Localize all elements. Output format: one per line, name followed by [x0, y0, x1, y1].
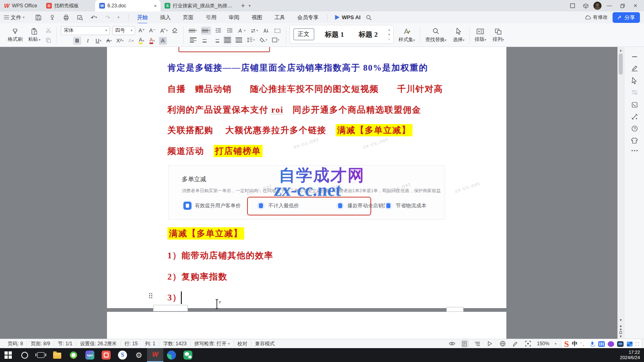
- wps-taskbar-button[interactable]: W: [147, 348, 163, 362]
- ime-toolbox-icon[interactable]: [626, 341, 633, 347]
- taskbar-clock[interactable]: 17:22 2024/6/24: [620, 350, 644, 360]
- previous-page-icon[interactable]: ▲▲: [617, 324, 624, 331]
- shrink-font-button[interactable]: A⁻: [148, 27, 156, 35]
- more-options-icon[interactable]: [624, 150, 644, 151]
- outline-view-icon[interactable]: [474, 340, 481, 347]
- vertical-scrollbar[interactable]: ▲ ▼ ▲▲ ▼▼: [617, 47, 624, 339]
- read-mode-icon[interactable]: [486, 340, 494, 347]
- ime-punctuation-toggle[interactable]: ’，: [580, 341, 586, 347]
- tools-repair-icon[interactable]: [624, 113, 644, 120]
- sogou-logo-icon[interactable]: S: [564, 340, 569, 348]
- style-heading1[interactable]: 标题 1: [321, 28, 348, 41]
- align-right-icon[interactable]: [212, 36, 220, 44]
- integration-mode-icon[interactable]: [567, 1, 578, 10]
- scrollbar-thumb[interactable]: [619, 53, 623, 75]
- minimize-button[interactable]: —: [604, 1, 615, 10]
- save-icon[interactable]: [34, 14, 42, 21]
- char-shading-button[interactable]: A: [159, 37, 167, 45]
- redo-icon[interactable]: ↷: [104, 14, 112, 21]
- increase-indent-icon[interactable]: [226, 27, 234, 35]
- underline-button[interactable]: U▾: [94, 37, 103, 45]
- tab-docer[interactable]: D 找稻壳模板: [42, 0, 95, 11]
- gallery-up-icon[interactable]: ▴: [388, 28, 390, 31]
- share-button[interactable]: 分享: [613, 12, 640, 23]
- font-color-button[interactable]: A▾: [148, 37, 156, 45]
- grow-font-button[interactable]: A⁺: [138, 27, 146, 35]
- ink-pen-icon[interactable]: [512, 340, 519, 347]
- app-blue-button[interactable]: [163, 348, 180, 362]
- new-tab-button[interactable]: +: [238, 1, 248, 11]
- wps-ai-button[interactable]: WPS AI: [331, 14, 365, 20]
- status-proofread[interactable]: 校对: [234, 341, 252, 346]
- customize-toolbar-chevron-icon[interactable]: ▾: [118, 16, 119, 19]
- cut-icon[interactable]: [44, 27, 52, 34]
- select-button[interactable]: 选择▾: [450, 25, 468, 46]
- search-icon[interactable]: [365, 14, 373, 21]
- tab-tools[interactable]: 工具: [269, 12, 290, 23]
- text-direction-button[interactable]: ▾: [250, 27, 259, 35]
- sync-status[interactable]: 有修改: [585, 14, 608, 21]
- style-normal[interactable]: 正文: [293, 28, 314, 40]
- font-name-select[interactable]: 宋体▾: [61, 26, 110, 35]
- app-green-button[interactable]: [65, 348, 82, 362]
- ime-keyboard-icon[interactable]: [598, 341, 605, 347]
- select-tool-icon[interactable]: [624, 77, 644, 84]
- superscript-button[interactable]: X²▾: [116, 37, 125, 45]
- phonetic-guide-button[interactable]: ▾: [159, 27, 169, 35]
- web-layout-globe-icon[interactable]: [499, 340, 506, 347]
- export-pdf-icon[interactable]: [48, 14, 56, 21]
- style-set-button[interactable]: 样式集▾: [395, 25, 418, 46]
- status-spellcheck[interactable]: 拼写检查: 打开▾: [191, 341, 234, 346]
- task-view-button[interactable]: [33, 348, 49, 362]
- wps-brand[interactable]: W WPS Office: [0, 2, 42, 9]
- ime-smart-icon[interactable]: [617, 341, 624, 347]
- tab-list-chevron-icon[interactable]: ▾: [249, 4, 251, 8]
- eye-protect-icon[interactable]: [448, 340, 456, 347]
- sort-button[interactable]: [262, 27, 270, 35]
- zoom-chevron-icon[interactable]: ▾: [555, 342, 556, 346]
- collapse-toolbar-icon[interactable]: [624, 56, 644, 58]
- find-replace-button[interactable]: 查找替换▾: [422, 25, 450, 46]
- adjust-sliders-icon[interactable]: [624, 89, 644, 95]
- numbered-list-button[interactable]: ▾: [201, 27, 211, 35]
- ime-skin-icon[interactable]: [608, 341, 614, 347]
- undo-icon[interactable]: ↶▾: [90, 14, 98, 21]
- align-left-icon[interactable]: [189, 36, 197, 44]
- strikethrough-button[interactable]: A▾: [105, 37, 113, 45]
- italic-button[interactable]: I: [84, 37, 92, 45]
- document-page-8[interactable]: 肯定是多链接——店铺里面全店动销率指数高于 80%是加权重的 自播 赠品动销 随…: [107, 47, 506, 308]
- line-spacing-button[interactable]: ▾: [246, 36, 256, 44]
- print-preview-icon[interactable]: [76, 14, 84, 21]
- gallery-more-icon[interactable]: ▿: [388, 38, 390, 41]
- skin-theme-icon[interactable]: [624, 138, 644, 144]
- decrease-indent-icon[interactable]: [214, 27, 223, 35]
- ime-mic-icon[interactable]: [589, 341, 595, 347]
- text-scale-button[interactable]: ▾: [237, 27, 247, 35]
- tab-reference[interactable]: 引用: [201, 12, 222, 23]
- tab-view[interactable]: 视图: [246, 12, 267, 23]
- restore-button[interactable]: [617, 1, 628, 10]
- text-effects-button[interactable]: A▾: [127, 37, 135, 45]
- ime-language-toggle[interactable]: 中: [572, 340, 577, 348]
- start-button[interactable]: [0, 348, 16, 362]
- contacts-phone-icon[interactable]: [624, 102, 644, 108]
- search-button[interactable]: [16, 348, 33, 362]
- typeset-button[interactable]: 排版▾: [471, 25, 489, 46]
- status-word-count[interactable]: 字数: 1423: [159, 341, 190, 346]
- app-red-button[interactable]: [98, 348, 114, 362]
- borders-button[interactable]: ▾: [271, 36, 280, 44]
- paste-button[interactable]: 粘贴▾: [26, 27, 42, 43]
- help-icon[interactable]: [624, 125, 644, 132]
- document-page-9[interactable]: [107, 312, 506, 339]
- wechat-button[interactable]: [180, 348, 196, 362]
- user-avatar[interactable]: [593, 2, 602, 10]
- align-center-icon[interactable]: [201, 36, 209, 44]
- clear-format-eraser-icon[interactable]: [171, 27, 179, 35]
- tab-insert[interactable]: 插入: [155, 12, 176, 23]
- workspace-cube-icon[interactable]: [580, 1, 591, 10]
- tab-member[interactable]: 会员专享: [292, 12, 324, 23]
- justify-icon[interactable]: [223, 36, 232, 44]
- tab-spreadsheet[interactable]: S 行业搜索词_搜品类_热搜榜_智能...: [160, 0, 238, 11]
- arrange-button[interactable]: 排列▾: [489, 25, 507, 46]
- distribute-icon[interactable]: [235, 36, 243, 44]
